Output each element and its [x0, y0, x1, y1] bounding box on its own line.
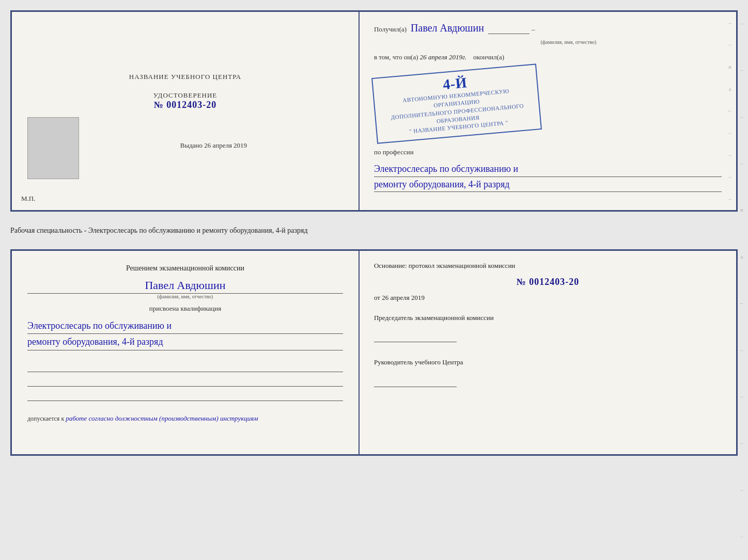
middle-text: Рабочая специальность - Электрослесарь п…: [10, 221, 738, 240]
sign-line-3: [27, 390, 343, 401]
dopuskaetsya-block: допускается к работе согласно должностны…: [27, 414, 343, 423]
top-document: НАЗВАНИЕ УЧЕБНОГО ЦЕНТРА УДОСТОВЕРЕНИЕ №…: [10, 10, 738, 212]
chairman-block: Председатель экзаменационной комиссии: [374, 313, 722, 346]
dopuskaetsya-prefix: допускается к: [27, 415, 64, 422]
cert-block: УДОСТОВЕРЕНИЕ № 0012403-20: [153, 91, 217, 110]
right-edge-bottom: – – – – и а ← – – – – –: [738, 0, 746, 560]
received-line: Получил(а) Павел Авдюшин –: [374, 22, 722, 34]
fio-label-top: (фамилия, имя, отчество): [415, 39, 722, 45]
issued-line: Выдано 26 апреля 2019: [123, 141, 247, 150]
stamp-block: 4-й АВТОНОМНУЮ НЕКОММЕРЧЕСКУЮ ОРГАНИЗАЦИ…: [371, 63, 542, 143]
qualification-line1: Электрослесарь по обслуживанию и: [27, 318, 343, 334]
chairman-label: Председатель экзаменационной комиссии: [374, 313, 722, 323]
sign-line-2: [27, 375, 343, 387]
vtom-label: в том, что он(а): [374, 53, 418, 61]
bottom-document: Решением экзаменационной комиссии Павел …: [10, 249, 738, 456]
okoncil-label: окончил(а): [473, 53, 504, 61]
profession-block: Электрослесарь по обслуживанию и ремонту…: [374, 162, 722, 193]
page-wrapper: НАЗВАНИЕ УЧЕБНОГО ЦЕНТРА УДОСТОВЕРЕНИЕ №…: [10, 10, 738, 456]
assigned-label: присвоена квалификация: [27, 305, 343, 313]
director-block: Руководитель учебного Центра: [374, 358, 722, 391]
qualification-line2: ремонту оборудования, 4-й разряд: [27, 334, 343, 350]
mp-label: М.П.: [21, 195, 35, 203]
dopuskaetsya-text: работе согласно должностным (производств…: [66, 414, 258, 422]
issued-label: Выдано: [180, 141, 202, 149]
vtom-line: в том, что он(а) 26 апреля 2019г. окончи…: [374, 53, 722, 61]
sign-lines: [27, 361, 343, 404]
commission-title: Решением экзаменационной комиссии: [27, 263, 343, 274]
qualification-block: Электрослесарь по обслуживанию и ремонту…: [27, 318, 343, 350]
underline-filler: [488, 25, 529, 34]
protocol-date-line: от 26 апреля 2019: [374, 294, 722, 302]
profession-line2: ремонту оборудования, 4-й разряд: [374, 177, 722, 193]
person-name-top: Павел Авдюшин: [411, 22, 484, 34]
person-block-bottom: Павел Авдюшин (фамилия, имя, отчество): [27, 279, 343, 299]
received-label: Получил(а): [374, 25, 407, 34]
stamp-wrapper: 4-й АВТОНОМНУЮ НЕКОММЕРЧЕСКУЮ ОРГАНИЗАЦИ…: [374, 69, 722, 139]
director-sig-line: [374, 372, 457, 387]
cert-number: № 0012403-20: [154, 100, 217, 110]
right-edge-top: – – и а ← – – – –: [726, 12, 734, 210]
bottom-doc-left: Решением экзаменационной комиссии Павел …: [12, 251, 360, 454]
vtom-date: 26 апреля 2019г.: [420, 53, 466, 61]
sign-line-1: [27, 361, 343, 372]
osnov-label: Основание: протокол экзаменационной коми…: [374, 261, 722, 270]
director-label: Руководитель учебного Центра: [374, 358, 722, 367]
bottom-doc-right: Основание: протокол экзаменационной коми…: [360, 251, 736, 454]
protocol-date: 26 апреля 2019: [382, 294, 425, 301]
person-name-bottom: Павел Авдюшин: [27, 279, 343, 294]
protocol-date-prefix: от: [374, 294, 380, 301]
photo-placeholder: [27, 117, 79, 179]
profession-label: по профессии: [374, 148, 722, 156]
fio-label-bottom: (фамилия, имя, отчество): [27, 294, 343, 299]
top-doc-right: Получил(а) Павел Авдюшин – (фамилия, имя…: [360, 12, 736, 210]
training-center-title: НАЗВАНИЕ УЧЕБНОГО ЦЕНТРА: [129, 73, 241, 81]
cert-label: УДОСТОВЕРЕНИЕ: [153, 91, 217, 100]
issued-date: 26 апреля 2019: [204, 141, 247, 149]
profession-line1: Электрослесарь по обслуживанию и: [374, 162, 722, 177]
chairman-sig-line: [374, 327, 457, 342]
top-doc-left: НАЗВАНИЕ УЧЕБНОГО ЦЕНТРА УДОСТОВЕРЕНИЕ №…: [12, 12, 360, 210]
protocol-number: № 0012403-20: [374, 277, 722, 287]
